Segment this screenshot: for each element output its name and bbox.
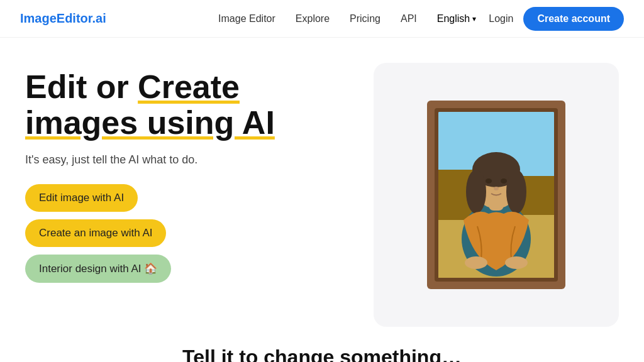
svg-point-15 — [494, 187, 499, 190]
action-buttons: Edit image with AI Create an image with … — [25, 184, 348, 283]
nav-image-editor[interactable]: Image Editor — [218, 13, 275, 24]
headline-part1: Edit or — [25, 69, 138, 105]
nav-api[interactable]: API — [401, 13, 417, 24]
svg-point-17 — [505, 256, 528, 269]
hero-headline: Edit or Create images using AI — [25, 69, 348, 141]
login-link[interactable]: Login — [489, 13, 513, 25]
nav-pricing[interactable]: Pricing — [350, 13, 380, 24]
image-card — [374, 63, 619, 327]
nav-links: Image Editor Explore Pricing API English — [218, 13, 476, 25]
hero-subtext: It's easy, just tell the AI what to do. — [25, 153, 348, 167]
hero-right — [374, 63, 619, 327]
logo[interactable]: ImageEditor.ai — [20, 11, 106, 26]
bottom-cta: Tell it to change something… — [0, 327, 644, 362]
interior-design-button[interactable]: Interior design with AI 🏠 — [25, 255, 171, 283]
svg-point-11 — [466, 170, 486, 214]
edit-image-button[interactable]: Edit image with AI — [25, 184, 138, 212]
main-content: Edit or Create images using AI It's easy… — [0, 38, 644, 327]
nav-explore[interactable]: Explore — [296, 13, 330, 24]
nav-language[interactable]: English — [437, 13, 476, 25]
hero-left: Edit or Create images using AI It's easy… — [25, 63, 348, 283]
headline-part2: images using AI — [25, 104, 275, 141]
svg-point-13 — [486, 178, 492, 184]
navbar: ImageEditor.ai Image Editor Explore Pric… — [0, 0, 644, 38]
mona-lisa-illustration — [421, 94, 572, 295]
create-image-button[interactable]: Create an image with AI — [25, 219, 166, 247]
headline-create: Create — [138, 69, 240, 105]
svg-point-14 — [501, 178, 507, 184]
svg-point-16 — [465, 256, 487, 269]
svg-point-12 — [506, 170, 526, 214]
create-account-button[interactable]: Create account — [523, 7, 624, 31]
